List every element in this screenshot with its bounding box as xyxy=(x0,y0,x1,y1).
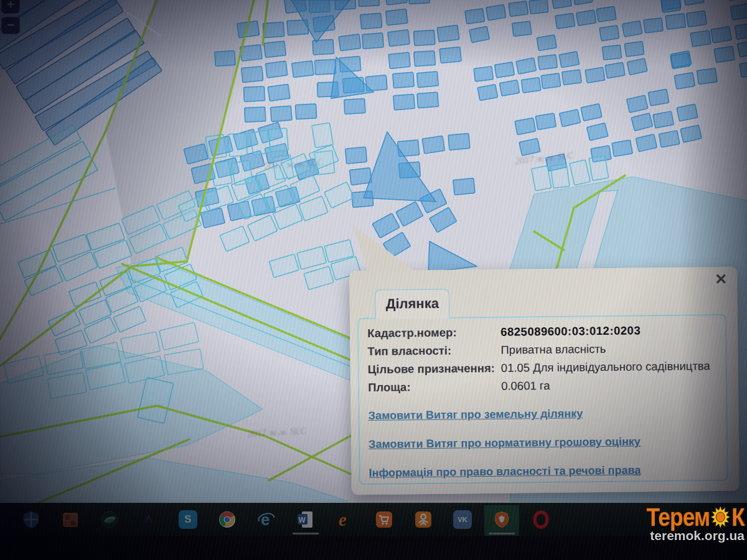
field-designated-purpose: Цільове призначення:01.05 Для індивідуал… xyxy=(368,359,717,376)
dark-app-icon[interactable] xyxy=(139,510,158,529)
teremok-watermark: Терем К teremok.org.ua xyxy=(633,504,745,543)
link-ownership-rights-info[interactable]: Інформація про право власності та речові… xyxy=(369,463,718,480)
field-area: Площа:0.0601 га xyxy=(368,377,717,394)
skype-icon-glyph: S xyxy=(184,513,191,526)
svg-text:e: e xyxy=(339,510,347,529)
field-label: Кадастр.номер: xyxy=(367,325,500,340)
defender-shield-icon[interactable] xyxy=(22,510,40,529)
cadastral-number-value: 6825089600:03:012:0203 xyxy=(500,324,641,338)
sun-logo-icon xyxy=(710,505,731,529)
field-label: Тип власності: xyxy=(367,343,500,358)
green-emblem-app-icon[interactable] xyxy=(100,510,119,529)
parcel-info-popup: ✕ Ділянка Кадастр.номер:6825089600:03:01… xyxy=(349,267,740,495)
area-value: 0.0601 га xyxy=(501,379,550,393)
word-icon[interactable]: W xyxy=(296,510,315,529)
parcel-details-panel: Кадастр.номер:6825089600:03:012:0203 Тип… xyxy=(357,314,728,485)
field-cadastral-number: Кадастр.номер:6825089600:03:012:0203 xyxy=(367,323,716,340)
vk-icon-glyph: VK xyxy=(458,516,467,523)
svg-text:W: W xyxy=(299,516,306,525)
close-icon[interactable]: ✕ xyxy=(715,272,727,287)
watermark-title-left: Терем xyxy=(647,504,710,530)
designated-purpose-value: 01.05 Для індивідуального садівництва xyxy=(501,359,710,375)
link-order-monetary-valuation-extract[interactable]: Замовити Витяг про нормативну грошову оц… xyxy=(369,434,718,451)
tab-dilyanka[interactable]: Ділянка xyxy=(374,289,450,320)
field-label: Площа: xyxy=(368,380,501,394)
opera-icon[interactable] xyxy=(532,510,550,529)
brave-icon[interactable] xyxy=(492,510,511,529)
orange-e-browser-icon[interactable]: e xyxy=(336,510,354,529)
field-ownership-type: Тип власності:Приватна власність xyxy=(367,341,716,358)
map-parcels-cluster xyxy=(214,50,235,67)
orange-grid-app-icon[interactable] xyxy=(61,510,80,529)
teremok-logo: Терем К xyxy=(647,504,745,530)
zoom-out-button[interactable]: − xyxy=(1,17,20,34)
watermark-title-right: К xyxy=(731,504,745,530)
vk-icon[interactable]: VK xyxy=(453,510,472,529)
shopping-cart-app-icon[interactable] xyxy=(375,510,393,529)
photographed-screen: 2017 ж.м. SLC2017 ж.м. SLC2017 ж.м. SLC … xyxy=(0,0,747,560)
map-zoom-controls: + − xyxy=(1,0,20,37)
popup-links: Замовити Витяг про земельну ділянку Замо… xyxy=(368,406,718,480)
ownership-type-value: Приватна власність xyxy=(500,342,606,357)
chrome-icon[interactable] xyxy=(218,510,237,529)
zoom-in-button[interactable]: + xyxy=(1,0,20,14)
odnoklassniki-icon[interactable] xyxy=(414,510,433,529)
skype-icon[interactable]: S xyxy=(179,510,197,529)
field-label: Цільове призначення: xyxy=(368,362,501,376)
link-order-parcel-extract[interactable]: Замовити Витяг про земельну ділянку xyxy=(368,406,717,422)
internet-explorer-icon[interactable]: e xyxy=(257,510,276,529)
